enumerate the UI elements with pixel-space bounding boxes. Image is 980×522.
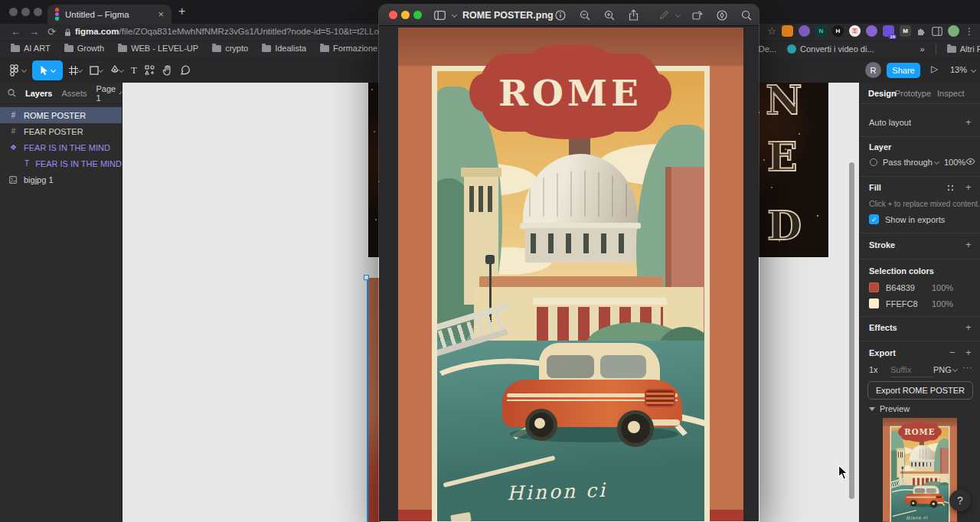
forward-icon[interactable]: → xyxy=(29,26,39,38)
share-button[interactable]: Share xyxy=(887,63,920,78)
back-icon[interactable]: ← xyxy=(11,26,21,38)
tab-close-icon[interactable]: × xyxy=(158,8,164,20)
bookmark-item[interactable]: Formazione xyxy=(320,44,377,53)
window-zoom-button[interactable] xyxy=(34,8,42,16)
new-tab-button[interactable]: + xyxy=(178,5,185,18)
ext-n-icon[interactable]: N xyxy=(815,25,827,37)
fill-add-icon[interactable]: + xyxy=(965,181,972,193)
comment-tool[interactable] xyxy=(176,60,194,80)
canvas-scrollbar[interactable] xyxy=(849,162,854,499)
color-hex-red[interactable]: B64839 xyxy=(886,283,915,292)
search-icon[interactable] xyxy=(741,10,752,21)
minimize-icon[interactable] xyxy=(401,11,410,19)
profile-avatar[interactable] xyxy=(948,25,959,37)
present-button[interactable]: ▷ xyxy=(931,64,938,74)
text-tool[interactable]: T xyxy=(127,60,141,80)
zoom-level[interactable]: 13% xyxy=(950,65,967,74)
pen-tool[interactable] xyxy=(106,60,127,80)
bookmarks-overflow-icon[interactable]: » xyxy=(920,44,925,54)
zoom-out-icon[interactable] xyxy=(580,10,590,21)
layer-row-component[interactable]: ❖ FEAR IS IN THE MIND xyxy=(0,139,122,155)
tab-design[interactable]: Design xyxy=(868,89,897,98)
ext-badge-icon[interactable]: 16 xyxy=(883,25,894,37)
tab-assets[interactable]: Assets xyxy=(61,89,87,98)
color-opacity-cream[interactable]: 100% xyxy=(932,299,953,308)
window-close-button[interactable] xyxy=(9,8,18,16)
frame-tool[interactable] xyxy=(65,60,86,80)
preview-disclosure-icon[interactable] xyxy=(869,407,875,411)
zoom-in-icon[interactable] xyxy=(604,10,615,21)
export-remove-icon[interactable]: − xyxy=(949,347,956,358)
bookmark-star-icon[interactable]: ☆ xyxy=(767,25,776,37)
color-swatch-red[interactable] xyxy=(869,282,879,292)
hand-tool[interactable] xyxy=(158,60,176,80)
format-chevron-icon[interactable] xyxy=(952,367,958,372)
blend-chevron-icon[interactable] xyxy=(934,159,939,165)
ext-key-icon[interactable]: ⚿ xyxy=(849,25,861,37)
blend-mode-value[interactable]: Pass through xyxy=(883,158,933,167)
reload-icon[interactable]: ⟳ xyxy=(47,26,56,38)
figma-main-menu[interactable] xyxy=(6,60,30,80)
bookmark-item[interactable]: Growth xyxy=(64,44,104,53)
move-tool[interactable] xyxy=(32,60,63,80)
color-swatch-cream[interactable] xyxy=(869,299,879,308)
fill-styles-icon[interactable] xyxy=(947,184,954,191)
resources-tool[interactable] xyxy=(141,60,158,80)
layer-row-rome-poster[interactable]: # ROME POSTER xyxy=(0,107,122,123)
bookmark-item[interactable]: crypto xyxy=(212,44,248,53)
extensions-puzzle-icon[interactable] xyxy=(916,26,926,36)
sidebar-chevron-icon[interactable] xyxy=(452,12,457,18)
tab-inspect[interactable]: Inspect xyxy=(937,89,964,98)
info-icon[interactable] xyxy=(555,10,566,21)
ext-m-icon[interactable]: M xyxy=(900,25,911,37)
export-suffix-input[interactable]: Suffix xyxy=(890,365,933,377)
ext-fox-icon[interactable] xyxy=(782,25,793,37)
search-icon[interactable] xyxy=(8,89,16,97)
preview-title-bar[interactable]: ROME POSTER.png xyxy=(379,5,759,26)
share-icon[interactable] xyxy=(629,9,639,21)
help-button[interactable]: ? xyxy=(949,490,971,511)
color-opacity-red[interactable]: 100% xyxy=(932,283,953,292)
ext-ball-icon[interactable] xyxy=(866,25,877,37)
layer-row-text[interactable]: T FEAR IS IN THE MIND xyxy=(0,155,122,171)
visibility-eye-icon[interactable] xyxy=(965,158,975,165)
user-avatar[interactable]: R xyxy=(865,62,881,78)
zoom-chevron-icon[interactable] xyxy=(971,67,976,73)
window-minimize-button[interactable] xyxy=(21,8,30,16)
markup-toolbar-icon[interactable] xyxy=(717,10,727,21)
export-button[interactable]: Export ROME POSTER xyxy=(867,381,973,400)
export-format[interactable]: PNG xyxy=(933,365,952,374)
layer-row-image[interactable]: bigjpg 1 xyxy=(0,171,122,188)
selection-handle[interactable] xyxy=(364,275,369,280)
color-hex-cream[interactable]: FFEFC8 xyxy=(886,299,918,308)
fullscreen-icon[interactable] xyxy=(413,11,422,19)
bookmark-item[interactable]: Converti i video di... xyxy=(787,44,874,54)
stroke-add-icon[interactable]: + xyxy=(965,239,972,250)
layer-opacity-value[interactable]: 100% xyxy=(944,158,965,167)
rotate-icon[interactable] xyxy=(692,10,703,20)
layer-row-fear-poster[interactable]: # FEAR POSTER xyxy=(0,123,122,139)
export-scale[interactable]: 1x xyxy=(869,365,878,374)
shape-tool[interactable] xyxy=(86,60,106,80)
tab-prototype[interactable]: Prototype xyxy=(895,89,931,98)
auto-layout-add-icon[interactable]: + xyxy=(965,116,972,128)
bookmark-item[interactable]: WEB - LEVEL-UP xyxy=(118,44,198,53)
effects-add-icon[interactable]: + xyxy=(965,321,972,333)
blend-mode-icon[interactable] xyxy=(870,158,877,166)
preview-window[interactable]: ROME Hinon ci ROME POSTER.png xyxy=(378,4,760,522)
page-selector[interactable]: Page 1 xyxy=(96,84,116,103)
preview-sidebar-icon[interactable] xyxy=(434,11,446,20)
other-bookmarks[interactable]: Altri Preferiti xyxy=(947,44,980,54)
ext-h-icon[interactable]: H xyxy=(832,25,844,37)
menu-dots-icon[interactable]: ⋮ xyxy=(965,26,974,37)
export-add-icon[interactable]: + xyxy=(965,347,972,358)
browser-sidebar-icon[interactable] xyxy=(932,27,942,36)
show-in-exports-checkbox[interactable]: ✓ xyxy=(869,214,879,224)
bookmark-item[interactable]: AI ART xyxy=(11,44,51,53)
bookmark-item[interactable]: Idealista xyxy=(262,44,306,53)
export-more-icon[interactable]: ··· xyxy=(962,363,973,372)
tab-layers[interactable]: Layers xyxy=(25,89,52,98)
ext-purple-icon[interactable] xyxy=(799,25,810,37)
browser-tab[interactable]: Untitled – Figma × xyxy=(47,5,172,24)
close-icon[interactable] xyxy=(389,11,397,19)
